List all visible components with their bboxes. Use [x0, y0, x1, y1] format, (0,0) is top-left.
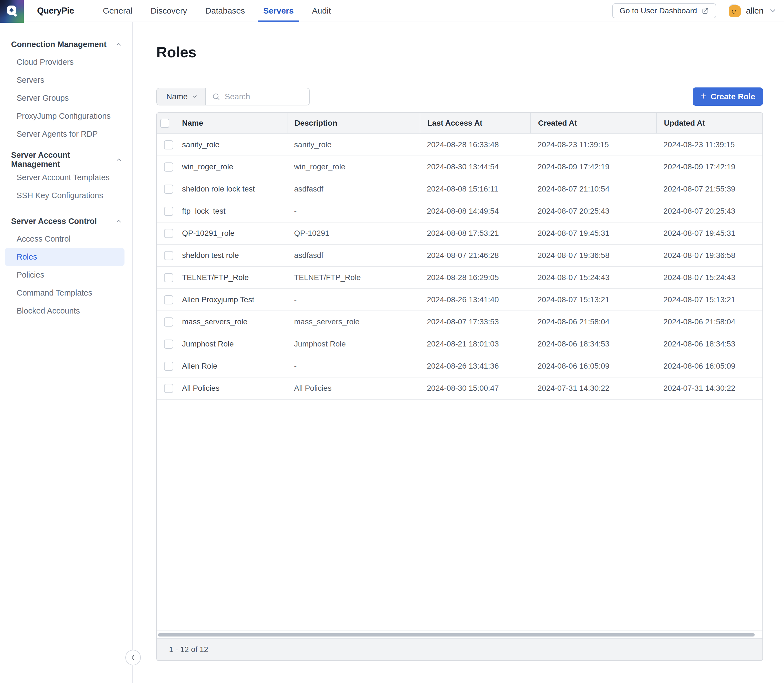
table-row[interactable]: mass_servers_role mass_servers_role 2024…: [157, 311, 762, 333]
go-to-user-dashboard-button[interactable]: Go to User Dashboard: [612, 3, 716, 18]
table-row[interactable]: ftp_lock_test - 2024-08-08 14:49:54 2024…: [157, 200, 762, 223]
table-row[interactable]: All Policies All Policies 2024-08-30 15:…: [157, 377, 762, 399]
cell-created-at: 2024-08-06 21:58:04: [530, 311, 656, 333]
cell-updated-at: 2024-08-07 15:13:21: [656, 289, 763, 311]
sidebar-item-server-account-templates[interactable]: Server Account Templates: [0, 168, 132, 186]
sidebar: Connection Management Cloud ProvidersSer…: [0, 22, 133, 683]
sidebar-collapse-button[interactable]: [125, 650, 141, 665]
table-body: sanity_role sanity_role 2024-08-28 16:33…: [157, 134, 762, 399]
table-row[interactable]: Allen Role - 2024-08-26 13:41:36 2024-08…: [157, 355, 762, 377]
row-checkbox[interactable]: [164, 295, 173, 305]
cell-updated-at: 2024-08-07 19:36:58: [656, 245, 763, 266]
sidebar-item-servers[interactable]: Servers: [0, 71, 132, 89]
row-checkbox[interactable]: [164, 162, 173, 172]
table-row[interactable]: TELNET/FTP_Role TELNET/FTP_Role 2024-08-…: [157, 267, 762, 289]
page-title: Roles: [156, 44, 784, 60]
chevron-up-icon: [115, 218, 122, 225]
row-checkbox[interactable]: [164, 384, 173, 393]
cell-created-at: 2024-08-07 20:25:43: [530, 200, 656, 222]
sidebar-item-ssh-key-configurations[interactable]: SSH Key Configurations: [0, 186, 132, 205]
cell-last-access-at: 2024-08-26 13:41:36: [420, 355, 530, 377]
cell-description: -: [287, 355, 420, 377]
row-checkbox[interactable]: [164, 317, 173, 327]
nav-right: Go to User Dashboard allen: [612, 0, 777, 22]
column-header-last-access-at[interactable]: Last Access At: [420, 113, 530, 133]
cell-created-at: 2024-08-06 16:05:09: [530, 355, 656, 377]
cell-last-access-at: 2024-08-26 13:41:40: [420, 289, 530, 311]
cell-last-access-at: 2024-08-07 17:33:53: [420, 311, 530, 333]
cell-created-at: 2024-08-23 11:39:15: [530, 134, 656, 156]
search-input[interactable]: [225, 92, 310, 101]
column-header-description[interactable]: Description: [287, 113, 420, 133]
querypie-logo[interactable]: [0, 0, 24, 23]
go-to-user-dashboard-label: Go to User Dashboard: [619, 6, 697, 15]
cell-description: Jumphost Role: [287, 333, 420, 355]
nav-tab-servers[interactable]: Servers: [258, 0, 299, 22]
table-row[interactable]: QP-10291_role QP-10291 2024-08-08 17:53:…: [157, 223, 762, 245]
table-row[interactable]: sheldon test role asdfasdf 2024-08-07 21…: [157, 245, 762, 267]
app-root: QueryPie GeneralDiscoveryDatabasesServer…: [0, 0, 784, 683]
sidebar-item-proxyjump-configurations[interactable]: ProxyJump Configurations: [0, 107, 132, 125]
cell-updated-at: 2024-08-07 21:55:39: [656, 178, 763, 200]
nav-tab-databases[interactable]: Databases: [200, 0, 250, 22]
sidebar-item-server-groups[interactable]: Server Groups: [0, 89, 132, 107]
table-row[interactable]: win_roger_role win_roger_role 2024-08-30…: [157, 156, 762, 178]
row-checkbox[interactable]: [164, 184, 173, 194]
table-row[interactable]: Allen Proxyjump Test - 2024-08-26 13:41:…: [157, 289, 762, 311]
chevron-up-icon: [115, 156, 122, 163]
sidebar-item-roles[interactable]: Roles: [5, 248, 125, 266]
table-row[interactable]: sanity_role sanity_role 2024-08-28 16:33…: [157, 134, 762, 156]
filter-field-dropdown[interactable]: Name: [157, 88, 206, 105]
cell-description: mass_servers_role: [287, 311, 420, 333]
main-content: Roles Name: [133, 22, 784, 683]
plus-icon: +: [701, 91, 706, 101]
nav-tab-general[interactable]: General: [98, 0, 138, 22]
cell-name: mass_servers_role: [178, 311, 287, 333]
chevron-left-icon: [130, 654, 137, 661]
row-checkbox[interactable]: [164, 207, 173, 216]
sidebar-section-header[interactable]: Connection Management: [0, 35, 132, 53]
create-role-button[interactable]: + Create Role: [693, 87, 763, 106]
search-group: Name: [156, 88, 310, 106]
sidebar-item-access-control[interactable]: Access Control: [0, 230, 132, 248]
user-menu-chevron[interactable]: [768, 6, 777, 15]
cell-updated-at: 2024-08-07 19:45:31: [656, 223, 763, 244]
cell-last-access-at: 2024-08-07 21:46:28: [420, 245, 530, 266]
cell-created-at: 2024-08-07 19:45:31: [530, 223, 656, 244]
cell-created-at: 2024-08-07 15:24:43: [530, 267, 656, 289]
sidebar-item-server-agents-for-rdp[interactable]: Server Agents for RDP: [0, 125, 132, 143]
cell-name: QP-10291_role: [178, 223, 287, 244]
row-checkbox[interactable]: [164, 140, 173, 149]
sidebar-section: Connection Management Cloud ProvidersSer…: [0, 35, 132, 143]
row-checkbox[interactable]: [164, 362, 173, 371]
sidebar-item-policies[interactable]: Policies: [0, 266, 132, 284]
sidebar-section-header[interactable]: Server Account Management: [0, 151, 132, 168]
select-all-checkbox[interactable]: [160, 119, 169, 128]
row-checkbox[interactable]: [164, 251, 173, 260]
sidebar-item-cloud-providers[interactable]: Cloud Providers: [0, 53, 132, 71]
sidebar-item-command-templates[interactable]: Command Templates: [0, 284, 132, 302]
table-row[interactable]: sheldon role lock test asdfasdf 2024-08-…: [157, 178, 762, 200]
sidebar-section-header[interactable]: Server Access Control: [0, 212, 132, 230]
scrollbar-thumb[interactable]: [158, 633, 755, 637]
chevron-down-icon: [192, 93, 198, 100]
cell-name: Allen Role: [178, 355, 287, 377]
row-checkbox[interactable]: [164, 340, 173, 349]
column-header-updated-at[interactable]: Updated At: [656, 113, 763, 133]
row-checkbox[interactable]: [164, 229, 173, 238]
table-row[interactable]: Jumphost Role Jumphost Role 2024-08-21 1…: [157, 333, 762, 355]
cell-created-at: 2024-08-09 17:42:19: [530, 156, 656, 178]
sidebar-item-blocked-accounts[interactable]: Blocked Accounts: [0, 302, 132, 320]
body: Connection Management Cloud ProvidersSer…: [0, 22, 784, 683]
nav-tab-audit[interactable]: Audit: [307, 0, 336, 22]
avatar[interactable]: [728, 5, 741, 17]
cell-description: asdfasdf: [287, 245, 420, 266]
row-checkbox[interactable]: [164, 273, 173, 282]
nav-tab-discovery[interactable]: Discovery: [145, 0, 192, 22]
column-header-created-at[interactable]: Created At: [530, 113, 656, 133]
pagination-range: 1 - 12 of 12: [169, 645, 208, 654]
column-header-name[interactable]: Name: [178, 113, 287, 133]
cell-description: sanity_role: [287, 134, 420, 156]
cell-description: TELNET/FTP_Role: [287, 267, 420, 289]
cell-created-at: 2024-08-07 21:10:54: [530, 178, 656, 200]
